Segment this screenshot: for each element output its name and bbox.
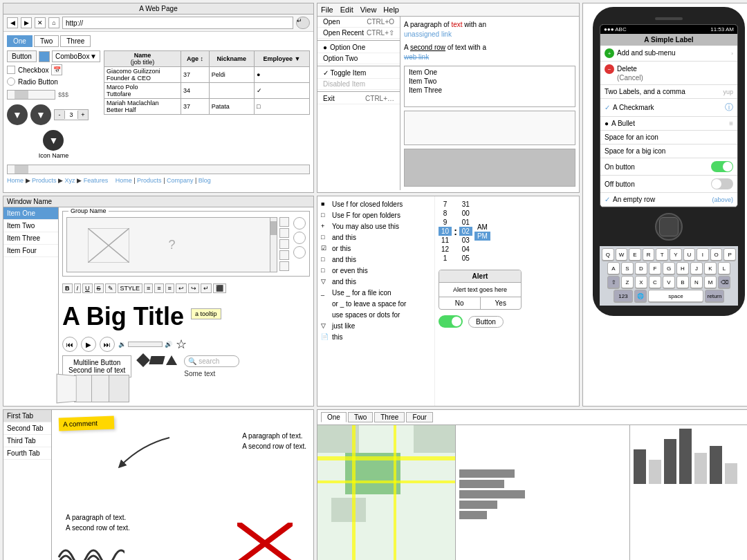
chart-tab-three[interactable]: Three	[374, 412, 405, 422]
list-item-off-button[interactable]: Off button	[600, 176, 737, 193]
list-item-three[interactable]: Item Three	[3, 232, 58, 245]
key-x[interactable]: X	[635, 276, 647, 288]
undo-button[interactable]: ↩	[176, 283, 187, 293]
increment-button[interactable]: +	[78, 110, 88, 120]
home-button[interactable]: ⌂	[48, 17, 59, 28]
key-123[interactable]: 123	[614, 290, 633, 302]
min-03[interactable]: 03	[459, 236, 472, 245]
list-item-bullet[interactable]: ●A Bullet ≡	[600, 117, 737, 131]
key-q[interactable]: Q	[602, 248, 614, 261]
home-button[interactable]	[655, 213, 683, 241]
scrollbar[interactable]	[270, 218, 277, 272]
alert-yes-button[interactable]: Yes	[481, 297, 522, 309]
number-stepper[interactable]: - 3 +	[54, 109, 89, 120]
image-button[interactable]: ⬛	[213, 283, 226, 293]
redo-button[interactable]: ↪	[188, 283, 199, 293]
key-t[interactable]: T	[656, 248, 668, 261]
list-item-four[interactable]: Item Four	[3, 245, 58, 257]
hour-12[interactable]: 12	[439, 245, 452, 254]
button[interactable]: Button	[7, 50, 37, 62]
breadcrumb-xyz[interactable]: Xyz	[65, 177, 75, 184]
text-area[interactable]	[404, 111, 575, 145]
list-item-empty[interactable]: ✓An empty row (above)	[600, 193, 737, 207]
decrement-button[interactable]: -	[55, 110, 64, 120]
web-link[interactable]: web link	[404, 53, 429, 61]
min-31[interactable]: 31	[459, 200, 472, 209]
min-05[interactable]: 05	[459, 254, 472, 263]
list-item[interactable]: Item Three	[406, 86, 573, 95]
back-button[interactable]: ◀	[7, 17, 18, 28]
menu-view[interactable]: View	[360, 6, 377, 14]
url-bar[interactable]	[62, 17, 293, 29]
list-item[interactable]: Item One	[406, 68, 573, 77]
link-home[interactable]: Home	[116, 177, 132, 184]
key-u[interactable]: U	[683, 248, 696, 261]
key-l[interactable]: L	[718, 262, 730, 274]
menu-help[interactable]: Help	[383, 6, 399, 14]
tab-first[interactable]: First Tab	[3, 410, 51, 422]
period-am[interactable]: AM	[474, 223, 490, 232]
tab-second[interactable]: Second Tab	[3, 422, 51, 435]
resize-handle[interactable]	[279, 228, 289, 238]
list-item[interactable]: Item Two	[406, 77, 573, 86]
key-m[interactable]: M	[704, 276, 717, 288]
radio-button[interactable]	[7, 77, 15, 86]
toggle-off[interactable]	[711, 178, 733, 189]
key-e[interactable]: E	[629, 248, 641, 261]
combobox[interactable]: ComboBox ▼	[52, 50, 100, 62]
key-space[interactable]: space	[648, 290, 703, 302]
hour-11[interactable]: 11	[439, 236, 452, 245]
toggle-on[interactable]	[439, 315, 463, 328]
list-item-one[interactable]: Item One	[3, 207, 58, 220]
key-f[interactable]: F	[649, 262, 661, 274]
bold-button[interactable]: B	[62, 283, 73, 293]
key-j[interactable]: J	[690, 262, 703, 274]
key-r[interactable]: R	[643, 248, 655, 261]
unassigned-link[interactable]: unassigned link	[404, 30, 452, 38]
style-button[interactable]: STYLE	[118, 283, 143, 293]
checkbox[interactable]	[7, 66, 15, 74]
min-01[interactable]: 01	[459, 218, 472, 227]
key-o[interactable]: O	[710, 248, 723, 261]
button[interactable]: Button	[468, 316, 504, 328]
min-04[interactable]: 04	[459, 245, 472, 254]
list-item-space-icon[interactable]: Space for an icon	[600, 131, 737, 144]
menu-edit[interactable]: Edit	[340, 6, 353, 14]
chart-tab-two[interactable]: Two	[348, 412, 373, 422]
italic-button[interactable]: I	[74, 283, 82, 293]
key-d[interactable]: D	[635, 262, 647, 274]
breadcrumb-home[interactable]: Home	[7, 177, 24, 184]
go-button[interactable]: ↵	[296, 17, 310, 29]
link-company[interactable]: Company	[167, 177, 194, 184]
chart-tab-four[interactable]: Four	[406, 412, 433, 422]
key-w[interactable]: W	[616, 248, 628, 261]
align-center-button[interactable]: ≡	[154, 283, 163, 293]
tab-one[interactable]: One	[7, 35, 33, 47]
play-button[interactable]: ▶	[81, 337, 96, 352]
list-item-delete[interactable]: −Delete(Cancel)	[600, 62, 737, 85]
list-item-big-icon[interactable]: Space for a big icon	[600, 144, 737, 158]
list-item-two[interactable]: Item Two	[3, 220, 58, 232]
enter-button[interactable]: ↵	[201, 283, 212, 293]
col-age[interactable]: Age ↕	[181, 51, 210, 67]
key-c[interactable]: C	[649, 276, 661, 288]
menu-item-option-one[interactable]: ●Option One	[317, 42, 400, 53]
down-arrow-icon-2[interactable]: ▼	[30, 104, 51, 125]
key-k[interactable]: K	[704, 262, 717, 274]
resize-handle[interactable]	[279, 239, 289, 249]
forward-button[interactable]: ▶	[21, 17, 32, 28]
breadcrumb-features[interactable]: Features	[84, 177, 109, 184]
list-item-add[interactable]: +Add and sub-menu ›	[600, 46, 737, 62]
min-00[interactable]: 00	[459, 209, 472, 218]
resize-handle[interactable]	[279, 217, 289, 227]
fast-forward-button[interactable]: ⏭	[100, 337, 115, 352]
horizontal-scroll[interactable]	[7, 165, 310, 174]
alert-no-button[interactable]: No	[439, 297, 481, 309]
key-n[interactable]: N	[690, 276, 703, 288]
key-s[interactable]: S	[621, 262, 634, 274]
menu-item-exit[interactable]: Exit CTRL+…	[317, 93, 400, 104]
period-pm[interactable]: PM	[474, 232, 490, 241]
volume-track[interactable]	[128, 342, 163, 347]
key-backspace[interactable]: ⌫	[718, 276, 730, 288]
key-return[interactable]: return	[705, 290, 724, 302]
